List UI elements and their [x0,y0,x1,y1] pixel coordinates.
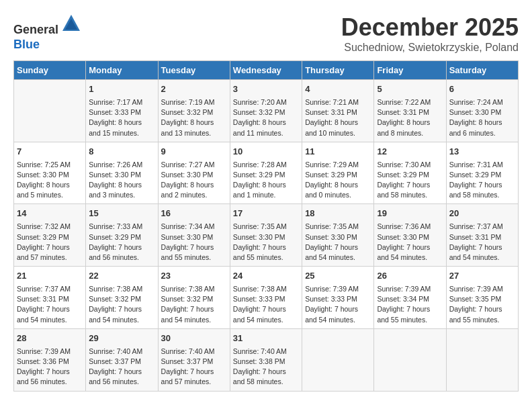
day-number: 24 [233,270,299,283]
logo: General Blue [13,13,81,52]
logo-icon [61,13,81,34]
day-info: Sunrise: 7:40 AM Sunset: 3:37 PM Dayligh… [161,347,227,387]
calendar-cell: 15Sunrise: 7:33 AM Sunset: 3:29 PM Dayli… [86,204,158,267]
day-number: 28 [17,332,83,345]
calendar-cell: 11Sunrise: 7:29 AM Sunset: 3:29 PM Dayli… [302,142,374,204]
day-info: Sunrise: 7:36 AM Sunset: 3:30 PM Dayligh… [377,222,443,263]
day-info: Sunrise: 7:39 AM Sunset: 3:35 PM Dayligh… [449,284,515,325]
calendar-week-3: 14Sunrise: 7:32 AM Sunset: 3:29 PM Dayli… [14,204,519,267]
calendar-week-2: 7Sunrise: 7:25 AM Sunset: 3:30 PM Daylig… [14,142,519,204]
calendar-cell: 23Sunrise: 7:38 AM Sunset: 3:32 PM Dayli… [158,267,230,329]
day-info: Sunrise: 7:39 AM Sunset: 3:36 PM Dayligh… [17,347,83,387]
calendar-cell: 5Sunrise: 7:22 AM Sunset: 3:31 PM Daylig… [374,80,446,142]
day-number: 25 [305,270,371,283]
calendar-cell: 28Sunrise: 7:39 AM Sunset: 3:36 PM Dayli… [14,328,86,391]
day-info: Sunrise: 7:31 AM Sunset: 3:29 PM Dayligh… [449,160,515,201]
calendar-cell [374,328,446,391]
day-number: 20 [449,208,515,220]
page-header: General Blue December 2025 Suchedniow, S… [13,13,519,54]
title-block: December 2025 Suchedniow, Swietokrzyskie… [341,13,519,54]
day-info: Sunrise: 7:30 AM Sunset: 3:29 PM Dayligh… [377,160,443,201]
day-info: Sunrise: 7:40 AM Sunset: 3:38 PM Dayligh… [233,347,299,387]
header-friday: Friday [374,61,446,80]
calendar-cell [302,328,374,391]
day-info: Sunrise: 7:33 AM Sunset: 3:29 PM Dayligh… [89,222,154,263]
header-saturday: Saturday [446,61,518,80]
day-info: Sunrise: 7:40 AM Sunset: 3:37 PM Dayligh… [89,347,154,387]
day-number: 27 [449,270,515,283]
day-info: Sunrise: 7:38 AM Sunset: 3:32 PM Dayligh… [89,284,154,325]
calendar-table: SundayMondayTuesdayWednesdayThursdayFrid… [13,60,519,392]
calendar-week-4: 21Sunrise: 7:37 AM Sunset: 3:31 PM Dayli… [14,267,519,329]
day-info: Sunrise: 7:26 AM Sunset: 3:30 PM Dayligh… [89,160,154,201]
day-number: 6 [449,83,515,96]
day-number: 10 [233,146,299,158]
day-info: Sunrise: 7:32 AM Sunset: 3:29 PM Dayligh… [17,222,83,263]
calendar-week-5: 28Sunrise: 7:39 AM Sunset: 3:36 PM Dayli… [14,328,519,391]
day-info: Sunrise: 7:22 AM Sunset: 3:31 PM Dayligh… [377,97,443,138]
day-info: Sunrise: 7:20 AM Sunset: 3:32 PM Dayligh… [233,97,299,138]
day-number: 17 [233,208,299,220]
day-info: Sunrise: 7:37 AM Sunset: 3:31 PM Dayligh… [449,222,515,263]
day-info: Sunrise: 7:17 AM Sunset: 3:33 PM Dayligh… [89,97,154,138]
logo-text: General Blue [13,13,81,52]
calendar-cell: 1Sunrise: 7:17 AM Sunset: 3:33 PM Daylig… [86,80,158,142]
calendar-cell: 25Sunrise: 7:39 AM Sunset: 3:33 PM Dayli… [302,267,374,329]
day-info: Sunrise: 7:34 AM Sunset: 3:30 PM Dayligh… [161,222,227,263]
day-info: Sunrise: 7:28 AM Sunset: 3:29 PM Dayligh… [233,160,299,201]
day-info: Sunrise: 7:24 AM Sunset: 3:30 PM Dayligh… [449,97,515,138]
header-monday: Monday [86,61,158,80]
day-number: 29 [89,332,154,345]
calendar-cell [446,328,518,391]
calendar-cell: 18Sunrise: 7:35 AM Sunset: 3:30 PM Dayli… [302,204,374,267]
day-number: 16 [161,208,227,220]
day-number: 5 [377,83,443,96]
day-number: 9 [161,146,227,158]
calendar-cell: 27Sunrise: 7:39 AM Sunset: 3:35 PM Dayli… [446,267,518,329]
day-number: 1 [89,83,154,96]
day-info: Sunrise: 7:35 AM Sunset: 3:30 PM Dayligh… [233,222,299,263]
day-info: Sunrise: 7:27 AM Sunset: 3:30 PM Dayligh… [161,160,227,201]
day-info: Sunrise: 7:38 AM Sunset: 3:33 PM Dayligh… [233,284,299,325]
header-thursday: Thursday [302,61,374,80]
calendar-cell: 8Sunrise: 7:26 AM Sunset: 3:30 PM Daylig… [86,142,158,204]
header-wednesday: Wednesday [230,61,302,80]
day-number: 19 [377,208,443,220]
calendar-cell: 12Sunrise: 7:30 AM Sunset: 3:29 PM Dayli… [374,142,446,204]
calendar-cell: 19Sunrise: 7:36 AM Sunset: 3:30 PM Dayli… [374,204,446,267]
calendar-header-row: SundayMondayTuesdayWednesdayThursdayFrid… [14,61,519,80]
calendar-cell: 3Sunrise: 7:20 AM Sunset: 3:32 PM Daylig… [230,80,302,142]
day-number: 2 [161,83,227,96]
calendar-cell: 22Sunrise: 7:38 AM Sunset: 3:32 PM Dayli… [86,267,158,329]
header-tuesday: Tuesday [158,61,230,80]
day-number: 18 [305,208,371,220]
day-info: Sunrise: 7:37 AM Sunset: 3:31 PM Dayligh… [17,284,83,325]
day-info: Sunrise: 7:19 AM Sunset: 3:32 PM Dayligh… [161,97,227,138]
calendar-cell: 24Sunrise: 7:38 AM Sunset: 3:33 PM Dayli… [230,267,302,329]
day-info: Sunrise: 7:25 AM Sunset: 3:30 PM Dayligh… [17,160,83,201]
day-number: 31 [233,332,299,345]
title-location: Suchedniow, Swietokrzyskie, Poland [341,42,519,54]
header-sunday: Sunday [14,61,86,80]
day-number: 8 [89,146,154,158]
day-info: Sunrise: 7:39 AM Sunset: 3:34 PM Dayligh… [377,284,443,325]
day-number: 12 [377,146,443,158]
day-info: Sunrise: 7:29 AM Sunset: 3:29 PM Dayligh… [305,160,371,201]
calendar-cell: 13Sunrise: 7:31 AM Sunset: 3:29 PM Dayli… [446,142,518,204]
day-number: 4 [305,83,371,96]
day-number: 30 [161,332,227,345]
day-info: Sunrise: 7:21 AM Sunset: 3:31 PM Dayligh… [305,97,371,138]
calendar-cell: 9Sunrise: 7:27 AM Sunset: 3:30 PM Daylig… [158,142,230,204]
calendar-cell: 20Sunrise: 7:37 AM Sunset: 3:31 PM Dayli… [446,204,518,267]
day-number: 21 [17,270,83,283]
calendar-cell: 17Sunrise: 7:35 AM Sunset: 3:30 PM Dayli… [230,204,302,267]
logo-general: General [13,23,58,36]
day-number: 13 [449,146,515,158]
calendar-cell: 30Sunrise: 7:40 AM Sunset: 3:37 PM Dayli… [158,328,230,391]
day-number: 14 [17,208,83,220]
title-month: December 2025 [341,13,519,42]
day-number: 3 [233,83,299,96]
day-info: Sunrise: 7:35 AM Sunset: 3:30 PM Dayligh… [305,222,371,263]
calendar-cell: 29Sunrise: 7:40 AM Sunset: 3:37 PM Dayli… [86,328,158,391]
calendar-cell: 7Sunrise: 7:25 AM Sunset: 3:30 PM Daylig… [14,142,86,204]
